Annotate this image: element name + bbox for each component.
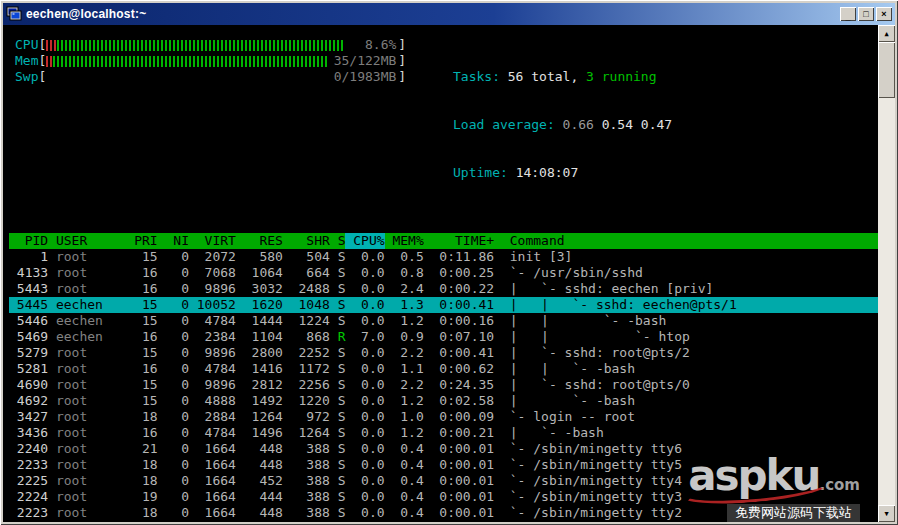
column-header-shr[interactable]: SHR (283, 233, 330, 249)
cell-ni: 0 (158, 473, 189, 489)
arrow-down-icon: ▼ (884, 510, 888, 518)
cell-mem: 0.4 (385, 473, 424, 489)
scroll-down-button[interactable]: ▼ (878, 505, 895, 522)
cell-shr: 504 (283, 249, 330, 265)
cell-user: root (56, 265, 126, 281)
process-row[interactable]: 2240root2101664448388S0.00.40:00.01`- /s… (9, 441, 878, 457)
cell-pri: 21 (126, 441, 157, 457)
column-header-pri[interactable]: PRI (126, 233, 157, 249)
column-header-time[interactable]: TIME+ (424, 233, 494, 249)
close-icon: × (881, 10, 886, 19)
meter-fill-red (46, 56, 53, 67)
scroll-up-button[interactable]: ▲ (878, 25, 895, 42)
cell-pid: 3436 (9, 425, 48, 441)
cell-pid: 4690 (9, 377, 48, 393)
cell-cmd: | `- sshd: root@pts/2 (510, 345, 690, 361)
cell-res: 448 (236, 441, 283, 457)
cell-pid: 5279 (9, 345, 48, 361)
cell-time: 0:00.01 (424, 521, 494, 522)
tasks-label: Tasks: (453, 69, 508, 84)
process-row[interactable]: 4692root150488814921220S0.01.20:02.58| `… (9, 393, 878, 409)
cell-pri: 18 (126, 409, 157, 425)
cell-mem: 0.4 (385, 441, 424, 457)
cell-ni: 0 (158, 505, 189, 521)
process-row[interactable]: 4690root150989628122256S0.02.20:24.35| `… (9, 377, 878, 393)
minimize-button[interactable]: _ (840, 7, 856, 21)
process-row[interactable]: 2223root1801664448388S0.00.40:00.01`- /s… (9, 505, 878, 521)
meter-value: 0/1983MB (329, 69, 397, 85)
column-header-virt[interactable]: VIRT (189, 233, 236, 249)
cell-time: 0:00.16 (424, 313, 494, 329)
meter-value: 8.6% (360, 37, 396, 53)
process-row[interactable]: 2219root1503508468288S0.00.40:00.01`- /u… (9, 521, 878, 522)
cell-mem: 0.4 (385, 489, 424, 505)
column-header-user[interactable]: USER (56, 233, 126, 249)
process-row[interactable]: 5443root160989630322488S0.02.40:00.22| `… (9, 281, 878, 297)
cell-ni: 0 (158, 441, 189, 457)
process-row[interactable]: 5446eechen150478414441224S0.01.20:00.16|… (9, 313, 878, 329)
stats: Tasks: 56 total, 3 running Load average:… (453, 37, 672, 213)
terminal-screen[interactable]: CPU[8.6%]Mem[35/122MB]Swp[0/1983MB] Task… (3, 25, 878, 522)
close-button[interactable]: × (876, 7, 892, 21)
cell-cpu: 0.0 (345, 377, 384, 393)
scrollbar[interactable]: ▲ ▼ (878, 25, 895, 522)
cell-virt: 3508 (189, 521, 236, 522)
cell-s: S (330, 281, 346, 297)
cell-virt: 1664 (189, 473, 236, 489)
scroll-thumb[interactable] (878, 42, 895, 98)
scroll-track[interactable] (878, 42, 895, 505)
column-header-s[interactable]: S (330, 233, 346, 249)
process-row[interactable]: 5279root150989628002252S0.02.20:00.41| `… (9, 345, 878, 361)
maximize-button[interactable]: □ (858, 7, 874, 21)
cell-shr: 1264 (283, 425, 330, 441)
column-header-res[interactable]: RES (236, 233, 283, 249)
cell-shr: 1220 (283, 393, 330, 409)
process-row-selected[interactable]: 5445eechen1501005216201048S0.01.30:00.41… (9, 297, 878, 313)
cell-pid: 5281 (9, 361, 48, 377)
cell-pid: 4133 (9, 265, 48, 281)
cell-pid: 3427 (9, 409, 48, 425)
column-header-cpu[interactable]: CPU% (345, 233, 384, 249)
process-row[interactable]: 4133root16070681064664S0.00.80:00.25`- /… (9, 265, 878, 281)
cell-ni: 0 (158, 425, 189, 441)
cell-shr: 664 (283, 265, 330, 281)
cell-pri: 15 (126, 377, 157, 393)
process-row[interactable]: 5469eechen16023841104868R7.00.90:07.10| … (9, 329, 878, 345)
cell-pid: 5445 (9, 297, 48, 313)
column-header-ni[interactable]: NI (158, 233, 189, 249)
cell-mem: 0.4 (385, 457, 424, 473)
cell-ni: 0 (158, 313, 189, 329)
cell-mem: 1.1 (385, 361, 424, 377)
cell-time: 0:00.01 (424, 489, 494, 505)
cell-res: 580 (236, 249, 283, 265)
process-row[interactable]: 1root1502072580504S0.00.50:11.86init [3] (9, 249, 878, 265)
column-header-pid[interactable]: PID (9, 233, 48, 249)
process-row[interactable]: 2224root1901664444388S0.00.40:00.01`- /s… (9, 489, 878, 505)
process-row[interactable]: 2225root1801664452388S0.00.40:00.01`- /s… (9, 473, 878, 489)
meter-value: 35/122MB (329, 53, 397, 69)
cell-pid: 2240 (9, 441, 48, 457)
cell-res: 2812 (236, 377, 283, 393)
cell-res: 3032 (236, 281, 283, 297)
cell-time: 0:00.01 (424, 441, 494, 457)
cell-pid: 2233 (9, 457, 48, 473)
title-bar[interactable]: eechen@localhost:~ _ □ × (3, 3, 895, 25)
cell-mem: 1.2 (385, 425, 424, 441)
process-row[interactable]: 3427root18028841264972S0.01.00:00.09`- l… (9, 409, 878, 425)
cell-pri: 15 (126, 313, 157, 329)
process-row[interactable]: 2233root1801664448388S0.00.40:00.01`- /s… (9, 457, 878, 473)
cell-time: 0:00.22 (424, 281, 494, 297)
cell-mem: 0.8 (385, 265, 424, 281)
cell-res: 444 (236, 489, 283, 505)
cell-user: root (56, 425, 126, 441)
process-row[interactable]: 3436root160478414961264S0.01.20:00.21| `… (9, 425, 878, 441)
cell-pri: 16 (126, 265, 157, 281)
cpu-meter: CPU[8.6%] (15, 37, 453, 53)
cell-pri: 19 (126, 489, 157, 505)
column-header-cmd[interactable]: Command (510, 233, 565, 249)
cell-ni: 0 (158, 361, 189, 377)
column-header-mem[interactable]: MEM% (385, 233, 424, 249)
cell-cpu: 7.0 (345, 329, 384, 345)
process-row[interactable]: 5281root160478414161172S0.01.10:00.62| |… (9, 361, 878, 377)
tasks-line: Tasks: 56 total, 3 running (453, 69, 672, 85)
